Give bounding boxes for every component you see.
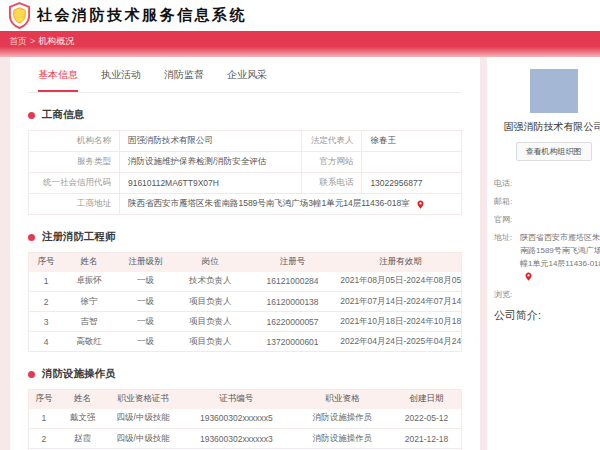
tab-bar: 基本信息执业活动消防监督企业风采: [28, 57, 462, 93]
views-field: 浏览:: [494, 288, 600, 301]
company-sidebar: 固强消防技术有限公司 查看机构组织图 电话: 邮箱: 官网: 地址: 陕西省西安…: [487, 57, 600, 450]
info-address-row: 工商地址 陕西省西安市雁塔区朱雀南路1589号南飞鸿广场3幢1单元14层1143…: [29, 194, 462, 215]
company-contact-fields: 电话: 邮箱: 官网: 地址: 陕西省西安市雁塔区朱雀南路1589号南飞鸿广场3…: [494, 177, 600, 301]
table-header-row: 序号姓名职业资格证书证书编号职业资格创建日期: [29, 390, 462, 409]
column-header: 序号: [29, 253, 64, 272]
email-field: 邮箱:: [494, 195, 600, 208]
column-header: 注册号: [245, 253, 340, 272]
app-header: 社会消防技术服务信息系统: [0, 0, 600, 31]
table-row: 1卓振怀一级技术负责人161210002842021年08月05日-2024年0…: [29, 272, 462, 292]
section-title-text: 消防设施操作员: [42, 367, 116, 381]
main-content: 基本信息执业活动消防监督企业风采 工商信息 机构名称固强消防技术有限公司法定代表…: [10, 57, 480, 450]
section-operators: 消防设施操作员: [28, 367, 462, 381]
table-row: 4高敬红一级项目负责人137200006012022年04月24日-2025年0…: [29, 332, 462, 352]
section-dot-icon: [28, 112, 35, 119]
column-header: 姓名: [59, 390, 107, 409]
column-header: 岗位: [176, 253, 245, 272]
shield-logo-icon[interactable]: [8, 2, 31, 29]
info-row: 统一社会信用代码91610112MA6TT9X07H联系电话1302295687…: [29, 173, 462, 194]
company-profile-heading: 公司简介:: [494, 308, 600, 323]
phone-field: 电话:: [494, 177, 600, 190]
column-header: 姓名: [63, 253, 115, 272]
info-row: 服务类型消防设施维护保养检测/消防安全评估官方网站: [29, 152, 462, 173]
column-header: 注册有效期: [340, 253, 461, 272]
column-header: 职业资格证书: [106, 390, 180, 409]
company-logo: [530, 69, 578, 113]
section-title-text: 注册消防工程师: [42, 230, 116, 244]
view-org-chart-button[interactable]: 查看机构组织图: [516, 142, 592, 161]
tab-执业活动[interactable]: 执业活动: [101, 68, 141, 92]
location-pin-icon[interactable]: [416, 199, 425, 210]
section-dot-icon: [28, 234, 35, 241]
table-row: 1戴文强四级/中级技能193600302xxxxxx5消防设施操作员2022-0…: [29, 409, 462, 429]
table-row: 2赵霞四级/中级技能193600302xxxxxx3消防设施操作员2021-12…: [29, 429, 462, 449]
website-field: 官网:: [494, 213, 600, 226]
operators-table: 序号姓名职业资格证书证书编号职业资格创建日期 1戴文强四级/中级技能193600…: [28, 389, 462, 450]
column-header: 职业资格: [293, 390, 393, 409]
column-header: 序号: [29, 390, 59, 409]
info-row: 机构名称固强消防技术有限公司法定代表人徐春王: [29, 131, 462, 152]
address-label: 工商地址: [29, 194, 120, 215]
table-row: 2徐宁一级项目负责人161200001382021年07月14日-2024年07…: [29, 292, 462, 312]
app-title: 社会消防技术服务信息系统: [37, 6, 247, 25]
location-pin-icon[interactable]: [524, 271, 533, 282]
company-name: 固强消防技术有限公司: [494, 120, 600, 134]
breadcrumb-current: 机构概况: [38, 36, 74, 46]
section-business-info: 工商信息: [28, 108, 462, 122]
section-title-text: 工商信息: [42, 108, 84, 122]
column-header: 创建日期: [392, 390, 461, 409]
breadcrumb: 首页>机构概况: [0, 31, 600, 48]
tab-企业风采[interactable]: 企业风采: [227, 68, 267, 92]
breadcrumb-separator: >: [30, 36, 35, 46]
table-row: 3吉智一级项目负责人162200000572021年10月18日-2024年10…: [29, 312, 462, 332]
engineers-table: 序号姓名注册级别岗位注册号注册有效期 1卓振怀一级技术负责人1612100028…: [28, 252, 462, 352]
column-header: 注册级别: [115, 253, 176, 272]
section-dot-icon: [28, 371, 35, 378]
tab-基本信息[interactable]: 基本信息: [38, 68, 78, 92]
table-header-row: 序号姓名注册级别岗位注册号注册有效期: [29, 253, 462, 272]
section-engineers: 注册消防工程师: [28, 230, 462, 244]
business-info-table: 机构名称固强消防技术有限公司法定代表人徐春王服务类型消防设施维护保养检测/消防安…: [28, 130, 462, 215]
tab-消防监督[interactable]: 消防监督: [164, 68, 204, 92]
address-field: 地址: 陕西省西安市雁塔区朱雀南路1589号南飞鸿广场3幢1单元14层11436…: [494, 231, 600, 283]
breadcrumb-home[interactable]: 首页: [9, 36, 27, 46]
address-value: 陕西省西安市雁塔区朱雀南路1589号南飞鸿广场3幢1单元14层11436-018…: [128, 198, 410, 208]
column-header: 证书编号: [180, 390, 293, 409]
breadcrumb-band: 首页>机构概况: [0, 31, 600, 57]
